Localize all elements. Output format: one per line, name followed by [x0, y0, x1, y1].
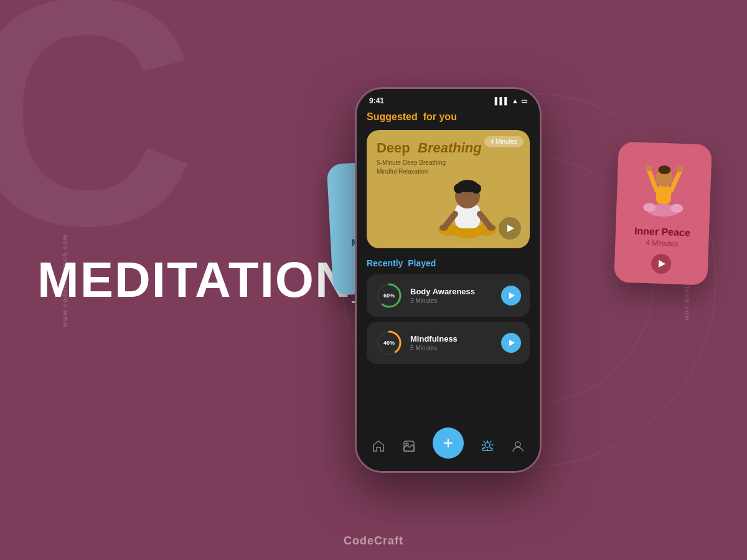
nav-plus-button[interactable]: + — [433, 427, 464, 459]
svg-line-22 — [671, 170, 680, 190]
track-play-body-awareness[interactable] — [501, 286, 521, 306]
svg-point-36 — [439, 225, 448, 231]
svg-point-45 — [515, 442, 520, 447]
svg-point-44 — [485, 442, 490, 447]
inner-peace-figure — [638, 152, 690, 223]
track-item-body-awareness[interactable]: 60% Body Awareness 3 Minutes — [367, 274, 530, 317]
footer-brand: CodeCraft — [344, 534, 403, 548]
float-inner-peace-play-button[interactable] — [651, 253, 672, 274]
footer-code: Code — [344, 534, 374, 547]
track-duration-mindfulness: 5 Minutes — [410, 345, 494, 352]
bottom-nav: + — [357, 427, 540, 471]
track-duration-body-awareness: 3 Minutes — [410, 297, 494, 304]
status-time: 9:41 — [369, 96, 384, 105]
hero-card-title-normal: Deep — [377, 140, 410, 156]
signal-icon: ▌▌▌ — [495, 97, 509, 105]
nav-gallery-icon[interactable] — [402, 439, 416, 454]
float-card-inner-peace-duration: 4 Minutes — [646, 238, 678, 248]
nav-profile-icon[interactable] — [510, 439, 525, 454]
phone: 9:41 ▌▌▌ ▲ ▭ Suggested for you 4 Minutes… — [355, 87, 542, 473]
phone-screen: Suggested for you 4 Minutes Deep Breathi… — [357, 105, 540, 469]
phone-wrapper: 9:41 ▌▌▌ ▲ ▭ Suggested for you 4 Minutes… — [355, 87, 542, 473]
svg-rect-18 — [656, 185, 672, 205]
progress-label-body-awareness: 60% — [383, 292, 395, 299]
float-card-inner-peace-title: Inner Peace — [634, 225, 690, 238]
float-card-inner-peace: Inner Peace 4 Minutes — [614, 141, 712, 285]
status-bar: 9:41 ▌▌▌ ▲ ▭ — [357, 89, 540, 105]
hero-card-title-bold: Breathing — [418, 140, 482, 156]
svg-line-34 — [445, 214, 455, 226]
hero-card-play-button[interactable] — [499, 217, 521, 240]
wifi-icon: ▲ — [512, 97, 519, 105]
hero-card[interactable]: 4 Minutes Deep Breathing 5-Minute Deep B… — [367, 130, 530, 248]
suggested-label-orange: for you — [423, 111, 457, 122]
svg-point-37 — [487, 225, 496, 231]
hero-card-play-triangle — [507, 225, 514, 232]
track-item-mindfulness[interactable]: 40% Mindfulness 5 Minutes — [367, 322, 530, 364]
svg-line-35 — [480, 214, 490, 226]
hero-card-figure — [436, 167, 499, 248]
nav-weather-icon[interactable] — [480, 439, 495, 454]
track-play-triangle-mindfulness — [509, 340, 515, 346]
suggested-label-white: Suggested — [367, 111, 418, 122]
track-play-triangle-body-awareness — [509, 292, 515, 299]
progress-circle-mindfulness: 40% — [375, 329, 403, 357]
svg-rect-42 — [404, 441, 414, 451]
track-name-body-awareness: Body Awareness — [410, 287, 494, 296]
meditation-title: MEDITATION_ — [37, 255, 381, 305]
track-play-mindfulness[interactable] — [501, 333, 521, 353]
nav-home-icon[interactable] — [371, 439, 386, 454]
recently-played-section-title: Recently Played — [367, 258, 530, 268]
footer-craft: Craft — [374, 534, 403, 547]
recently-label-blue: Played — [408, 258, 436, 268]
track-info-mindfulness: Mindfulness 5 Minutes — [410, 334, 494, 352]
progress-circle-body-awareness: 60% — [375, 282, 403, 309]
bg-decoration-c1: C — [0, 0, 197, 274]
recently-label-white: Recently — [367, 258, 403, 268]
hero-card-badge: 4 Minutes — [484, 136, 524, 147]
suggested-section-title: Suggested for you — [367, 111, 530, 123]
progress-label-mindfulness: 40% — [383, 340, 395, 346]
track-name-mindfulness: Mindfulness — [410, 334, 494, 343]
battery-icon: ▭ — [521, 97, 527, 105]
svg-line-21 — [648, 170, 657, 190]
track-info-body-awareness: Body Awareness 3 Minutes — [410, 287, 494, 304]
svg-point-32 — [454, 184, 464, 194]
left-section: MEDITATION_ — [37, 255, 381, 305]
svg-point-33 — [471, 184, 481, 194]
deep-breathing-figure — [436, 167, 499, 248]
status-icons: ▌▌▌ ▲ ▭ — [495, 97, 527, 105]
